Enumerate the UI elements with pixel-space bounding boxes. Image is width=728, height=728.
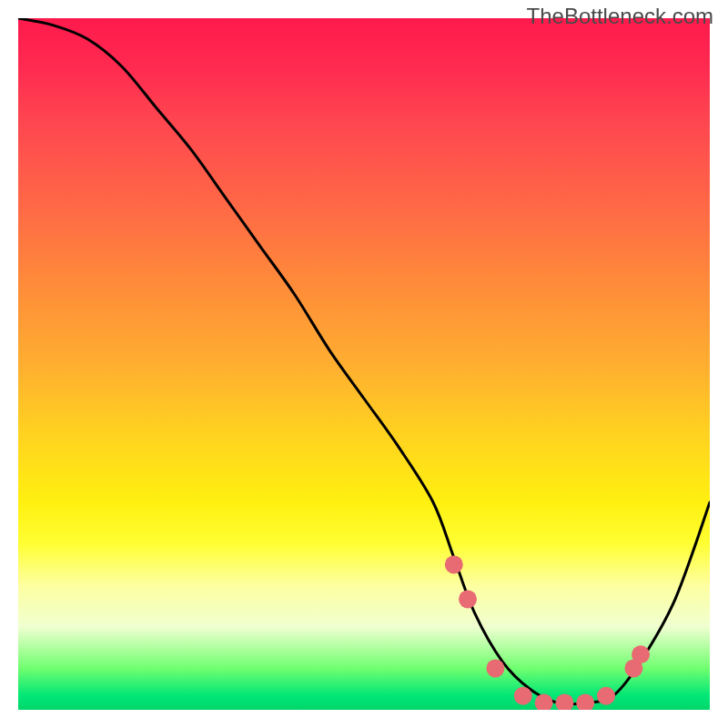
highlight-dots-group <box>445 555 650 710</box>
highlight-dot <box>576 693 594 710</box>
highlight-dot <box>555 693 573 710</box>
highlight-dot <box>486 659 504 677</box>
highlight-dot <box>459 590 477 608</box>
highlight-dot <box>597 687 615 705</box>
highlight-dot <box>514 687 532 705</box>
chart-plot-area <box>18 18 710 710</box>
bottleneck-curve-line <box>18 18 710 704</box>
watermark-text: TheBottleneck.com <box>527 4 713 29</box>
highlight-dot <box>445 555 463 573</box>
highlight-dot <box>535 693 553 710</box>
highlight-dot <box>632 645 650 663</box>
chart-svg <box>18 18 710 710</box>
